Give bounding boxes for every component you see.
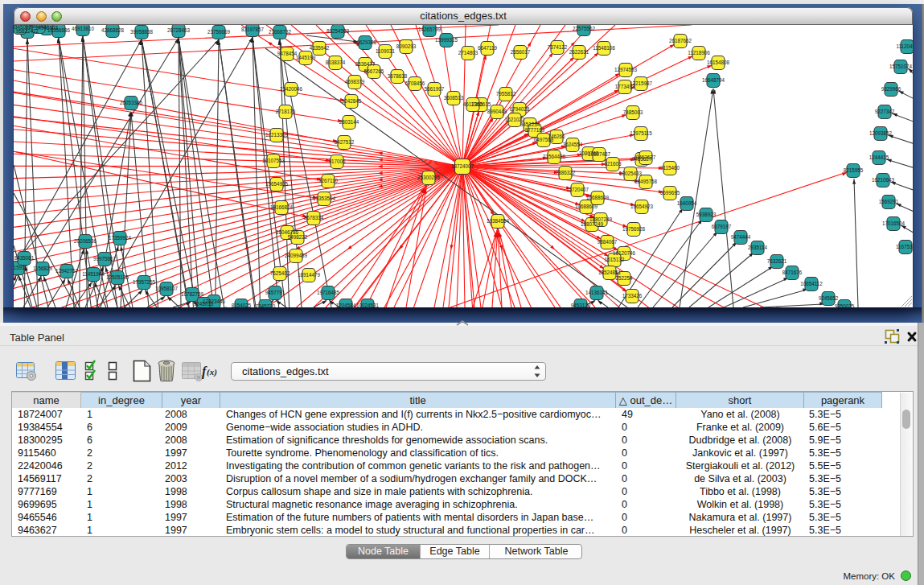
svg-text:8154025: 8154025 (232, 303, 252, 307)
svg-text:19384554: 19384554 (487, 218, 510, 224)
svg-text:9227342: 9227342 (875, 109, 895, 114)
svg-text:17016504: 17016504 (882, 220, 906, 226)
svg-text:9478454: 9478454 (277, 51, 298, 56)
svg-text:1109031: 1109031 (376, 48, 396, 54)
svg-text:25300295: 25300295 (417, 175, 441, 180)
svg-text:3608513: 3608513 (444, 95, 464, 101)
svg-text:1156829: 1156829 (33, 266, 53, 271)
svg-text:8038374: 8038374 (326, 60, 346, 65)
svg-text:(x): (x) (207, 367, 217, 377)
svg-text:2622631: 2622631 (569, 49, 589, 55)
svg-text:4612365: 4612365 (463, 101, 483, 107)
svg-text:6699695: 6699695 (660, 190, 680, 196)
svg-text:7345220: 7345220 (256, 303, 276, 307)
svg-text:9245013: 9245013 (194, 301, 214, 307)
svg-text:17957255: 17957255 (133, 279, 156, 285)
svg-text:17359924: 17359924 (109, 235, 132, 241)
svg-text:10807487: 10807487 (588, 151, 611, 157)
svg-text:10688609: 10688609 (575, 204, 598, 209)
svg-text:9457791: 9457791 (265, 290, 285, 295)
svg-text:1569291: 1569291 (879, 199, 899, 204)
svg-text:10688609: 10688609 (586, 195, 610, 200)
svg-text:23756669: 23756669 (207, 29, 231, 35)
svg-text:7374122: 7374122 (548, 44, 568, 50)
svg-text:18724007: 18724007 (451, 163, 474, 169)
svg-text:10107553: 10107553 (262, 158, 285, 163)
svg-text:46913810: 46913810 (72, 26, 95, 31)
svg-text:18807249: 18807249 (581, 221, 604, 227)
svg-text:10024531: 10024531 (356, 303, 380, 307)
svg-text:8990448: 8990448 (487, 109, 507, 114)
svg-text:2718176: 2718176 (276, 109, 296, 114)
svg-text:83197857: 83197857 (241, 27, 265, 32)
svg-text:19756928: 19756928 (622, 226, 646, 232)
svg-text:9453120: 9453120 (571, 303, 591, 307)
svg-text:39958838: 39958838 (130, 29, 154, 35)
svg-text:1445199: 1445199 (296, 55, 316, 60)
svg-text:5498222: 5498222 (288, 234, 308, 240)
svg-text:19716485: 19716485 (317, 290, 340, 295)
svg-text:3915910: 3915910 (14, 265, 28, 270)
svg-text:10654112: 10654112 (800, 281, 823, 286)
svg-text:746266: 746266 (548, 134, 565, 139)
svg-text:6794028: 6794028 (510, 106, 530, 112)
svg-text:12975115: 12975115 (630, 130, 652, 136)
svg-text:10025433: 10025433 (619, 171, 643, 176)
svg-text:13524851: 13524851 (598, 270, 622, 275)
svg-text:13353594: 13353594 (313, 196, 336, 201)
svg-text:1640954: 1640954 (677, 200, 697, 206)
svg-text:7886322: 7886322 (556, 170, 576, 175)
svg-text:1733426: 1733426 (622, 293, 643, 299)
svg-text:21564436: 21564436 (543, 154, 566, 159)
svg-text:19654923: 19654923 (630, 204, 654, 209)
svg-text:1204584: 1204584 (336, 303, 356, 307)
svg-text:9245652: 9245652 (819, 295, 839, 301)
svg-text:15720407: 15720407 (566, 187, 589, 192)
svg-text:1615132: 1615132 (605, 257, 625, 262)
svg-text:8471676: 8471676 (782, 270, 803, 275)
svg-text:9242845: 9242845 (342, 98, 362, 104)
svg-text:11548108: 11548108 (593, 45, 615, 51)
svg-text:18495758: 18495758 (634, 179, 658, 184)
svg-text:13999315: 13999315 (435, 37, 458, 43)
svg-text:12093852: 12093852 (869, 130, 893, 136)
svg-text:11218906: 11218906 (688, 50, 710, 56)
svg-text:2803144: 2803144 (339, 119, 359, 125)
svg-text:5667265: 5667265 (364, 68, 384, 74)
svg-text:5661907: 5661907 (425, 86, 445, 92)
svg-text:14136141: 14136141 (585, 290, 609, 295)
svg-text:2714803: 2714803 (458, 50, 478, 56)
svg-text:9884067: 9884067 (598, 239, 618, 245)
svg-text:42868828: 42868828 (101, 27, 125, 33)
svg-text:13356886: 13356886 (47, 27, 71, 33)
svg-text:26187662: 26187662 (669, 38, 692, 43)
svg-text:16154808: 16154808 (707, 60, 730, 65)
svg-text:7955812: 7955812 (496, 91, 516, 97)
svg-text:12942757: 12942757 (55, 268, 79, 274)
svg-text:8435061: 8435061 (14, 255, 35, 261)
svg-text:7485003: 7485003 (623, 109, 643, 115)
svg-text:9474444: 9474444 (731, 234, 751, 240)
svg-text:9463627: 9463627 (636, 154, 656, 160)
svg-text:18807249: 18807249 (589, 216, 613, 222)
svg-text:26053346: 26053346 (120, 100, 143, 105)
svg-text:16782759: 16782759 (181, 291, 204, 297)
svg-text:9350075: 9350075 (835, 303, 855, 307)
svg-text:9329966: 9329966 (881, 86, 901, 92)
svg-text:99975867: 99975867 (93, 256, 117, 262)
svg-text:23420046: 23420046 (280, 86, 303, 92)
svg-text:5938923: 5938923 (696, 212, 717, 217)
svg-text:11451944: 11451944 (82, 271, 105, 277)
svg-text:4903402: 4903402 (29, 25, 49, 29)
svg-text:252254: 252254 (615, 275, 633, 281)
svg-text:19166824: 19166824 (270, 204, 294, 210)
svg-text:1244415: 1244415 (869, 154, 889, 160)
svg-text:16210643: 16210643 (872, 177, 895, 183)
svg-text:11120453: 11120453 (896, 43, 913, 49)
svg-text:20206536: 20206536 (74, 238, 97, 244)
svg-text:89254563: 89254563 (326, 28, 350, 34)
svg-text:9451234: 9451234 (520, 122, 540, 127)
svg-text:4335942: 4335942 (310, 45, 330, 51)
svg-text:4698379: 4698379 (345, 79, 365, 84)
svg-text:6647119: 6647119 (478, 45, 498, 51)
